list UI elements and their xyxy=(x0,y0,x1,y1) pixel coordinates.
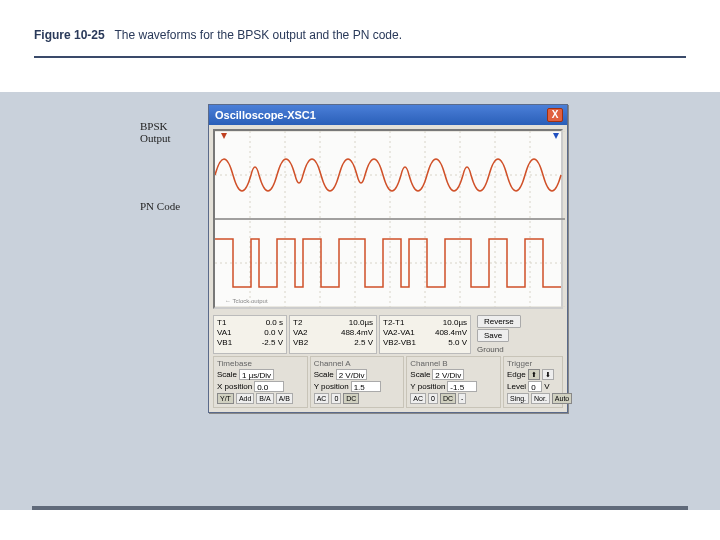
readout-panel: T10.0 s VA10.0 V VB1-2.5 V T210.0µs VA24… xyxy=(209,313,567,412)
chb-inv[interactable]: - xyxy=(458,393,466,404)
ab-button[interactable]: A/B xyxy=(276,393,293,404)
chb-dc[interactable]: DC xyxy=(440,393,456,404)
yt-button[interactable]: Y/T xyxy=(217,393,234,404)
timebase-xpos[interactable]: 0.0 xyxy=(254,381,284,392)
readout-col2: T210.0µs VA2488.4mV VB22.5 V xyxy=(289,315,377,354)
waveform-svg: ← Tclock output xyxy=(215,131,565,307)
trg-auto[interactable]: Auto xyxy=(552,393,572,404)
close-icon[interactable]: X xyxy=(547,108,563,122)
edge-rise-icon[interactable]: ⬆ xyxy=(528,369,540,380)
readout-col3: T2-T110.0µs VA2-VA1408.4mV VB2-VB15.0 V xyxy=(379,315,471,354)
channel-a-panel: Channel A Scale 2 V/Div Y position 1.5 A… xyxy=(310,356,405,408)
ground-label: Ground xyxy=(477,345,504,354)
trigger-panel: Trigger Edge ⬆⬇ Level 0V Sing. Nor. Auto xyxy=(503,356,563,408)
pn-label: PN Code xyxy=(140,200,180,212)
figure-text: The waveforms for the BPSK output and th… xyxy=(115,28,403,42)
trg-sing[interactable]: Sing. xyxy=(507,393,529,404)
timebase-panel: Timebase Scale 1 µs/Div X position 0.0 Y… xyxy=(213,356,308,408)
figure-number: Figure 10-25 xyxy=(34,28,105,42)
figure-caption: Figure 10-25 The waveforms for the BPSK … xyxy=(0,0,720,50)
chb-scale[interactable]: 2 V/Div xyxy=(432,369,464,380)
cursor-t2 xyxy=(553,133,559,139)
cha-0[interactable]: 0 xyxy=(331,393,341,404)
waveform-labels: BPSKOutput PN Code xyxy=(140,120,180,268)
divider xyxy=(34,56,686,58)
cha-scale[interactable]: 2 V/Div xyxy=(336,369,368,380)
trigger-level[interactable]: 0 xyxy=(528,381,542,392)
edge-fall-icon[interactable]: ⬇ xyxy=(542,369,554,380)
reverse-button[interactable]: Reverse xyxy=(477,315,521,328)
ba-button[interactable]: B/A xyxy=(256,393,273,404)
add-button[interactable]: Add xyxy=(236,393,254,404)
svg-text:← Tclock output: ← Tclock output xyxy=(225,298,268,304)
titlebar[interactable]: Oscilloscope-XSC1 X xyxy=(209,105,567,125)
cha-ypos[interactable]: 1.5 xyxy=(351,381,381,392)
channel-b-panel: Channel B Scale 2 V/Div Y position -1.5 … xyxy=(406,356,501,408)
cursor-t1 xyxy=(221,133,227,139)
chb-ypos[interactable]: -1.5 xyxy=(447,381,477,392)
cha-dc[interactable]: DC xyxy=(343,393,359,404)
chb-0[interactable]: 0 xyxy=(428,393,438,404)
save-button[interactable]: Save xyxy=(477,329,509,342)
timebase-scale[interactable]: 1 µs/Div xyxy=(239,369,274,380)
oscilloscope-window: Oscilloscope-XSC1 X ← Tclock output xyxy=(208,104,568,413)
bpsk-label: BPSKOutput xyxy=(140,120,180,144)
bottom-bar xyxy=(32,506,688,510)
window-title: Oscilloscope-XSC1 xyxy=(213,109,547,121)
scope-display: ← Tclock output xyxy=(213,129,563,309)
readout-col1: T10.0 s VA10.0 V VB1-2.5 V xyxy=(213,315,287,354)
trg-nor[interactable]: Nor. xyxy=(531,393,550,404)
chb-ac[interactable]: AC xyxy=(410,393,426,404)
cha-ac[interactable]: AC xyxy=(314,393,330,404)
